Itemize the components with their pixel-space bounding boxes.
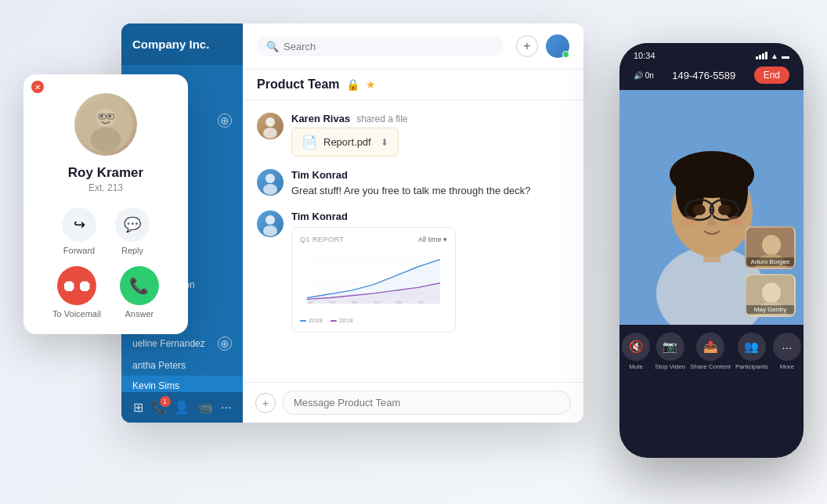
svg-point-3 [263,184,277,195]
participants-icon: 👥 [738,333,766,361]
stop-video-button[interactable]: 📷 Stop Video [655,333,685,370]
sender-name: Karen Rivas [291,113,350,124]
message-row: Tim Konrad Q1 REPORT All time ▾ [257,211,569,333]
svg-text:May: May [395,301,403,304]
sidebar-item-sp3[interactable]: antha Peters [121,355,243,376]
phone-status-bar: 10:34 ▲ ▬ [619,43,804,63]
message-content: Tim Konrad Great stuff! Are you free to … [291,169,569,198]
phone-badge: 1 [160,396,171,407]
video-toolbar-icon[interactable]: 📹 [197,400,213,415]
chart-legend: 2019 2018 [300,317,447,324]
sidebar-item-label: ueline Fernandez [132,338,205,349]
answer-button[interactable]: 📞 Answer [120,266,159,319]
sidebar-item-jf2[interactable]: ueline Fernandez ⊕ [121,332,243,355]
message-header: Tim Konrad [291,211,569,222]
sender-name: Tim Konrad [291,169,348,181]
download-icon[interactable]: ⬇ [381,137,388,148]
search-input[interactable] [283,41,494,52]
sidebar-item-kevin[interactable]: Kevin Sims [121,376,243,392]
avatar [257,169,283,196]
forward-label: Forward [63,246,95,255]
mute-button[interactable]: 🔇 Mute [622,333,650,370]
caller-avatar [74,93,137,156]
reply-icon: 💬 [115,207,150,242]
user-avatar[interactable] [546,34,569,58]
message-content: Tim Konrad Q1 REPORT All time ▾ [291,211,569,333]
share-icon: 📤 [696,333,724,361]
mute-icon: 🔇 [622,333,650,361]
answer-icon: 📞 [120,266,159,305]
close-button[interactable]: ✕ [31,81,44,93]
message-input[interactable] [282,391,571,415]
pip-label-1: Arturo Borgee [746,257,794,266]
phone-toolbar-icon[interactable]: 📞 1 [151,400,167,415]
svg-point-34 [693,204,706,215]
legend-label: 2019 [309,317,323,324]
forward-button[interactable]: ↪ Forward [62,207,96,255]
phone-number: 149-476-5589 [672,70,735,81]
svg-point-0 [265,117,275,127]
search-icon: 🔍 [266,41,279,52]
more-toolbar-icon[interactable]: ··· [221,401,231,415]
sidebar-header: Company Inc. [121,23,243,65]
apps-toolbar-icon[interactable]: ⊞ [133,400,143,415]
sidebar-expand-icon2[interactable]: ⊕ [218,337,232,351]
pip-container: Arturo Borgee May Gentry [745,226,796,317]
svg-point-37 [728,216,743,227]
svg-point-2 [265,174,275,183]
chat-top-header: 🔍 + [243,23,583,70]
call-card: ✕ Roy Kramer Ext. 213 ↪ Forward [23,74,188,334]
voicemail-label: To Voicemail [52,309,101,319]
sidebar-item-label: Kevin Sims [132,380,179,391]
wifi-icon: ▲ [771,52,778,60]
svg-point-19 [100,115,103,118]
call-main-actions: ⏺⏺ To Voicemail 📞 Answer [52,266,159,319]
add-button[interactable]: + [516,35,538,57]
message-text: Great stuff! Are you free to talk me thr… [291,184,569,198]
message-row: Tim Konrad Great stuff! Are you free to … [257,169,569,198]
pdf-icon: 📄 [302,135,317,149]
phone-status-icons: ▲ ▬ [756,52,789,60]
contacts-toolbar-icon[interactable]: 👤 [174,400,190,415]
channel-header: Product Team 🔒 ★ [243,70,583,100]
svg-point-35 [718,204,731,215]
star-icon[interactable]: ★ [366,78,376,91]
phone-time: 10:34 [634,51,655,60]
attachment-button[interactable]: + [255,393,276,413]
svg-text:Feb: Feb [330,301,336,304]
svg-point-36 [681,216,696,227]
avatar [257,211,283,237]
end-call-button[interactable]: End [754,67,789,84]
more-button[interactable]: ··· More [773,333,801,370]
answer-label: Answer [125,309,154,319]
pip-video-1[interactable]: Arturo Borgee [745,226,796,269]
participants-button[interactable]: 👥 Participants [735,333,768,370]
call-info: 🔊 0n [634,71,654,80]
file-name: Report.pdf [323,136,371,148]
pip-label-2: May Gentry [746,305,794,314]
reply-button[interactable]: 💬 Reply [115,207,150,255]
reply-label: Reply [121,246,143,255]
chat-input-bar: + [243,382,583,423]
stop-video-icon: 📷 [656,333,684,361]
phone-toolbar: 🔇 Mute 📷 Stop Video 📤 Share Content 👥 Pa… [619,325,804,375]
svg-text:Jan: Jan [307,301,313,304]
share-content-button[interactable]: 📤 Share Content [690,333,731,370]
channel-title: Product Team [257,77,340,92]
pip-video-2[interactable]: May Gentry [745,274,796,317]
chart-period[interactable]: All time ▾ [418,236,447,243]
chart-title-bar: Q1 REPORT All time ▾ [300,236,447,243]
scene: Company Inc. marks ites e Fernandez ⊕ an… [0,0,827,504]
file-attachment[interactable]: 📄 Report.pdf ⬇ [291,128,399,157]
sidebar-expand-icon[interactable]: ⊕ [218,113,232,128]
svg-point-4 [265,215,275,225]
message-header: Karen Rivas shared a file [291,113,569,124]
svg-point-20 [109,115,112,118]
lock-icon: 🔒 [346,78,359,91]
call-quick-actions: ↪ Forward 💬 Reply [62,207,150,255]
phone-device: 10:34 ▲ ▬ 🔊 0n 149-476-5589 End [619,43,804,458]
legend-item-1: 2019 [300,317,323,324]
search-bar[interactable]: 🔍 [257,37,504,56]
voicemail-button[interactable]: ⏺⏺ To Voicemail [52,266,101,319]
chart-container: Q1 REPORT All time ▾ [291,227,456,333]
